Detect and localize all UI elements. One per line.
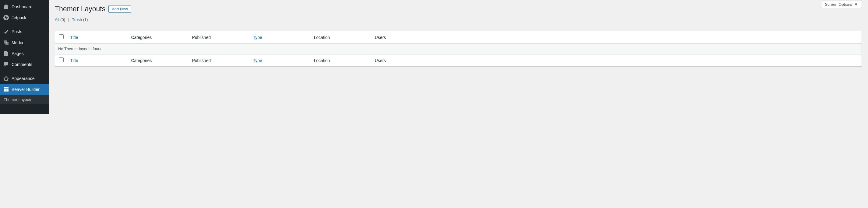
menu-separator	[0, 23, 49, 26]
column-header-users: Users	[372, 31, 862, 43]
column-header-categories: Categories	[128, 31, 189, 43]
filter-trash-count: (1)	[83, 18, 88, 22]
layouts-table: Title Categories Published Type Location…	[55, 31, 862, 67]
select-all-header	[55, 31, 67, 43]
filter-separator: |	[68, 18, 69, 22]
screen-options-button[interactable]: Screen Options ▼	[821, 1, 862, 8]
main-content: Screen Options ▼ Themer Layouts Add New …	[49, 0, 868, 114]
dashboard-icon	[3, 4, 9, 10]
column-footer-published: Published	[189, 55, 250, 67]
sidebar-item-label: Appearance	[11, 76, 35, 81]
sidebar-item-label: Comments	[11, 62, 32, 67]
add-new-button[interactable]: Add New	[108, 5, 131, 13]
filter-all-link[interactable]: All	[55, 18, 59, 22]
sidebar-item-beaver-builder[interactable]: Beaver Builder	[0, 84, 49, 95]
sidebar-item-pages[interactable]: Pages	[0, 48, 49, 59]
column-header-type[interactable]: Type	[250, 31, 311, 43]
empty-message: No Themer layouts found.	[55, 43, 862, 55]
column-footer-location: Location	[311, 55, 372, 67]
pages-icon	[3, 50, 9, 57]
sidebar-item-label: Beaver Builder	[11, 87, 40, 92]
filter-links: All (0) | Trash (1)	[55, 18, 862, 22]
column-header-published: Published	[189, 31, 250, 43]
sidebar-item-label: Dashboard	[11, 4, 33, 9]
svg-point-0	[3, 15, 9, 21]
column-footer-categories: Categories	[128, 55, 189, 67]
caret-down-icon: ▼	[854, 2, 858, 7]
sidebar-item-label: Pages	[11, 51, 24, 56]
select-all-checkbox-top[interactable]	[59, 34, 64, 39]
select-all-footer	[55, 55, 67, 67]
svg-rect-3	[6, 89, 8, 92]
screen-options-label: Screen Options	[825, 2, 852, 7]
submenu-item-themer-layouts[interactable]: Themer Layouts	[0, 95, 49, 104]
column-header-title[interactable]: Title	[67, 31, 128, 43]
sidebar-item-jetpack[interactable]: Jetpack	[0, 12, 49, 23]
column-footer-title[interactable]: Title	[67, 55, 128, 67]
svg-rect-2	[4, 89, 6, 92]
column-header-location: Location	[311, 31, 372, 43]
sidebar-item-media[interactable]: Media	[0, 37, 49, 48]
filter-trash-link[interactable]: Trash	[72, 18, 82, 22]
menu-separator	[0, 70, 49, 73]
table-header-row: Title Categories Published Type Location…	[55, 31, 862, 43]
pin-icon	[3, 29, 9, 35]
column-footer-users: Users	[372, 55, 862, 67]
admin-sidebar: Dashboard Jetpack Posts Media Pages Comm…	[0, 0, 49, 114]
jetpack-icon	[3, 14, 9, 21]
layout-icon	[3, 86, 9, 93]
sidebar-item-label: Posts	[11, 29, 22, 34]
appearance-icon	[3, 75, 9, 81]
page-title: Themer Layouts	[55, 5, 105, 13]
comments-icon	[3, 62, 9, 68]
sidebar-item-label: Jetpack	[11, 15, 26, 20]
column-footer-type[interactable]: Type	[250, 55, 311, 67]
sidebar-item-dashboard[interactable]: Dashboard	[0, 1, 49, 12]
sidebar-item-appearance[interactable]: Appearance	[0, 73, 49, 84]
select-all-checkbox-bottom[interactable]	[59, 58, 64, 62]
sidebar-item-posts[interactable]: Posts	[0, 26, 49, 37]
filter-all-count: (0)	[60, 18, 65, 22]
sidebar-item-label: Media	[11, 40, 23, 45]
submenu-item-label: Themer Layouts	[4, 97, 32, 102]
sidebar-item-comments[interactable]: Comments	[0, 59, 49, 70]
table-footer-row: Title Categories Published Type Location…	[55, 55, 862, 67]
page-heading-row: Themer Layouts Add New	[55, 5, 862, 13]
svg-rect-1	[4, 87, 8, 89]
media-icon	[3, 39, 9, 46]
table-empty-row: No Themer layouts found.	[55, 43, 862, 55]
